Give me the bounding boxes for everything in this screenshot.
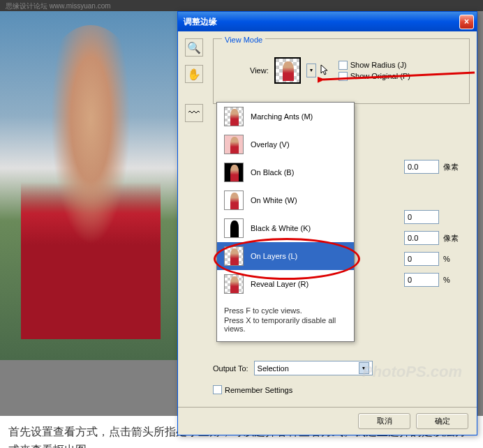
footer-line1: Press F to cycle views. [224,306,347,315]
contrast-input-row: % [404,252,461,266]
ok-button[interactable]: 确定 [416,413,468,429]
menu-item[interactable]: Reveal Layer (R) [217,270,354,298]
menu-item-label: Reveal Layer (R) [251,280,309,288]
remember-checkbox[interactable] [213,385,222,394]
feather-input-row: 像素 [404,231,461,245]
radius-input[interactable] [404,160,439,174]
cursor-icon [320,64,330,77]
footer-line2: Press X to temporarily disable all views… [224,316,347,333]
remember-label: Remember Settings [225,386,292,394]
tool-column: 🔍 ✋ 〰 [185,38,206,130]
menu-item[interactable]: On Black (B) [217,158,354,186]
show-radius-checkbox[interactable] [339,61,348,70]
dialog-title: 调整边缘 [184,16,459,28]
view-row: View: ▾ Show Radius (J) Show Original [222,57,461,84]
output-select[interactable]: Selection ▾ [254,361,373,375]
close-button[interactable]: × [459,15,474,29]
menu-thumb [224,218,244,238]
view-dropdown-arrow[interactable]: ▾ [306,64,316,77]
menu-item-label: Overlay (V) [251,140,290,149]
menu-footer: Press F to cycle views.Press X to tempor… [217,298,354,341]
watermark-header: 思缘设计论坛 www.missyuan.com [0,0,483,11]
menu-item-label: Black & White (K) [251,224,311,232]
menu-item[interactable]: Marching Ants (M) [217,103,354,130]
show-original-row[interactable]: Show Original (P) [339,72,410,81]
output-label: Output To: [213,364,248,373]
content-area: 调整边缘 × 🔍 ✋ 〰 View Mode View: ▾ [0,11,483,416]
shift-unit: % [443,276,461,284]
output-value: Selection [258,364,289,373]
menu-item[interactable]: Black & White (K) [217,214,354,242]
show-original-label: Show Original (P) [350,72,410,80]
view-dropdown-menu: Marching Ants (M)Overlay (V)On Black (B)… [216,102,355,342]
menu-item[interactable]: On White (W) [217,186,354,214]
menu-thumb [224,191,244,210]
view-label: View: [250,66,269,75]
zoom-tool-icon[interactable]: 🔍 [185,38,203,57]
menu-thumb [224,107,244,126]
menu-item[interactable]: On Layers (L) [217,242,354,270]
menu-thumb [224,274,244,294]
view-mode-fieldset: View Mode View: ▾ Show Radius (J) [213,38,470,104]
menu-thumb [224,163,244,182]
radius-unit: 像素 [443,162,461,172]
output-row: Output To: Selection ▾ [213,361,477,375]
hand-tool-icon[interactable]: ✋ [185,65,203,83]
shift-input-row: % [404,273,461,287]
photo-canvas [0,11,177,360]
contrast-input[interactable] [404,252,439,266]
menu-item-label: On Layers (L) [251,252,297,260]
shift-input[interactable] [404,273,439,287]
main-panel: View Mode View: ▾ Show Radius (J) [213,38,470,104]
brush-tool-icon[interactable]: 〰 [185,104,203,122]
smooth-input-row [404,210,461,224]
menu-item-label: On Black (B) [251,168,294,177]
chevron-down-icon: ▾ [359,362,369,374]
view-thumbnail [274,57,301,84]
contrast-unit: % [443,255,461,263]
cancel-button[interactable]: 取消 [358,413,410,429]
show-radius-label: Show Radius (J) [350,61,407,69]
subject-figure [21,25,161,339]
menu-item-label: On White (W) [251,196,297,204]
background-image [0,11,177,360]
smooth-input[interactable] [404,210,439,224]
remember-row[interactable]: Remember Settings [213,385,477,394]
menu-thumb [224,135,244,154]
menu-thumb [224,246,244,266]
menu-item-label: Marching Ants (M) [251,112,313,121]
show-radius-row[interactable]: Show Radius (J) [339,61,410,70]
dialog-titlebar[interactable]: 调整边缘 × [178,12,477,31]
menu-item[interactable]: Overlay (V) [217,130,354,158]
radius-input-row: 像素 [404,160,461,174]
show-original-checkbox[interactable] [339,72,348,81]
view-mode-legend: View Mode [222,36,265,44]
feather-input[interactable] [404,231,439,245]
button-row: 取消 确定 [178,407,477,435]
feather-unit: 像素 [443,233,461,244]
